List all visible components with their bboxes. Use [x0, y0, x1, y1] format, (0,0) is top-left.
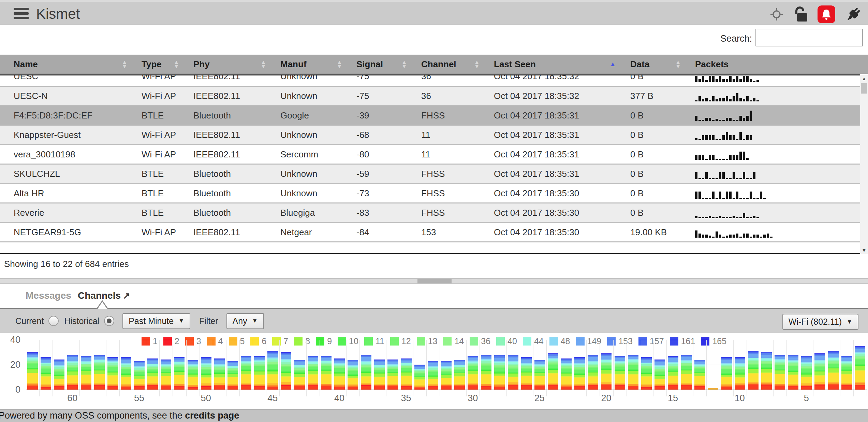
alerts-bell-icon[interactable] [818, 5, 835, 23]
device-row-knappster-guest[interactable]: Knappster-GuestWi-Fi APIEEE802.11Unknown… [0, 126, 860, 145]
stacked-bar-26s[interactable] [521, 357, 532, 390]
sort-icon[interactable]: ▲▼ [174, 60, 179, 69]
stacked-bar-31s[interactable] [454, 360, 465, 390]
stacked-bar-18s[interactable] [628, 355, 638, 390]
menu-icon[interactable] [14, 8, 29, 19]
stacked-bar-59s[interactable] [81, 356, 91, 390]
stacked-bar-27s[interactable] [508, 355, 518, 390]
column-header-manuf[interactable]: Manuf▲▼ [280, 59, 356, 70]
device-row-vera-30010198[interactable]: vera_30010198Wi-Fi APIEEE802.11Sercomm-8… [0, 145, 860, 165]
stacked-bar-10s[interactable] [735, 357, 745, 390]
stacked-bar-36s[interactable] [387, 360, 398, 390]
filter-select[interactable]: Any▼ [226, 313, 264, 329]
column-header-data[interactable]: Data▲▼ [630, 59, 695, 70]
gps-icon[interactable] [769, 7, 784, 22]
device-row-f4-f5-d8-3f-dc-ef[interactable]: F4:F5:D8:3F:DC:EFBTLEBluetoothGoogle-39F… [0, 106, 860, 126]
device-row-skulchzl[interactable]: SKULCHZLBTLEBluetoothUnknown-59FHSSOct 0… [0, 165, 860, 184]
stacked-bar-16s[interactable] [654, 360, 665, 390]
stacked-bar-37s[interactable] [374, 360, 385, 390]
stacked-bar-13s[interactable] [694, 360, 705, 390]
stacked-bar-50s[interactable] [201, 357, 211, 390]
sort-icon[interactable]: ▲▼ [401, 60, 407, 69]
stacked-bar-56s[interactable] [121, 357, 131, 390]
device-row-alta-hr[interactable]: Alta HRBTLEBluetoothUnknown-73FHSSOct 04… [0, 184, 860, 203]
stacked-bar-22s[interactable] [574, 357, 585, 390]
stacked-bar-54s[interactable] [147, 358, 158, 390]
stacked-bar-46s[interactable] [254, 356, 265, 390]
scroll-thumb[interactable] [861, 83, 867, 94]
sort-icon[interactable]: ▲▼ [122, 60, 127, 69]
stacked-bar-11s[interactable] [721, 357, 732, 390]
stacked-bar-14s[interactable] [681, 355, 692, 390]
table-scrollbar[interactable]: ▲ ▼ [860, 75, 868, 254]
stacked-bar-44s[interactable] [281, 352, 291, 390]
stacked-bar-7s[interactable] [775, 355, 785, 390]
stacked-bar-2s[interactable] [841, 356, 852, 390]
stacked-bar-6s[interactable] [788, 355, 798, 390]
device-row-uesc-n[interactable]: UESC-NWi-Fi APIEEE802.11Unknown-7536Oct … [0, 87, 860, 106]
stacked-bar-51s[interactable] [188, 360, 198, 390]
device-row-uesc[interactable]: UESCWi-Fi APIEEE802.11Unknown-7536Oct 04… [0, 75, 860, 87]
stacked-bar-49s[interactable] [214, 358, 225, 390]
column-header-packets[interactable]: Packets [695, 59, 860, 70]
device-row-netgear91-5g[interactable]: NETGEAR91-5GWi-Fi APIEEE802.11Netgear-84… [0, 223, 860, 242]
stacked-bar-40s[interactable] [334, 358, 345, 390]
stacked-bar-57s[interactable] [107, 357, 118, 390]
stacked-bar-39s[interactable] [348, 360, 358, 390]
column-header-phy[interactable]: Phy▲▼ [193, 59, 280, 70]
search-input[interactable] [755, 29, 863, 46]
current-radio[interactable] [48, 316, 59, 326]
stacked-bar-15s[interactable] [668, 356, 678, 390]
stacked-bar-58s[interactable] [94, 355, 105, 390]
stacked-bar-48s[interactable] [227, 361, 238, 390]
stacked-bar-9s[interactable] [748, 351, 759, 390]
stacked-bar-52s[interactable] [174, 357, 185, 390]
stacked-bar-32s[interactable] [441, 361, 452, 390]
panel-resize-handle[interactable] [0, 278, 868, 284]
lock-open-icon[interactable] [793, 6, 809, 23]
stacked-bar-1s[interactable] [855, 346, 865, 390]
stacked-bar-4s[interactable] [814, 353, 825, 390]
stacked-bar-24s[interactable] [548, 353, 558, 390]
stacked-bar-47s[interactable] [241, 356, 251, 390]
stacked-bar-53s[interactable] [161, 360, 171, 390]
stacked-bar-63s[interactable] [27, 352, 38, 390]
device-row-reverie[interactable]: ReverieBTLEBluetoothBluegiga-83FHSSOct 0… [0, 203, 860, 223]
stacked-bar-34s[interactable] [414, 365, 425, 390]
stacked-bar-33s[interactable] [428, 361, 438, 390]
scroll-down-icon[interactable]: ▼ [860, 248, 868, 253]
stacked-bar-30s[interactable] [468, 356, 478, 390]
stacked-bar-62s[interactable] [41, 357, 51, 390]
scroll-up-icon[interactable]: ▲ [860, 76, 868, 81]
phy-select[interactable]: Wi-Fi (802.11)▼ [782, 314, 858, 330]
column-header-last-seen[interactable]: Last Seen▲ [494, 59, 630, 70]
stacked-bar-25s[interactable] [534, 360, 545, 390]
stacked-bar-55s[interactable] [134, 361, 145, 390]
stacked-bar-17s[interactable] [641, 357, 652, 390]
sort-icon[interactable]: ▲▼ [675, 60, 681, 69]
column-header-channel[interactable]: Channel▲▼ [421, 59, 494, 70]
credits-link[interactable]: credits page [185, 410, 239, 421]
stacked-bar-8s[interactable] [761, 352, 772, 390]
stacked-bar-3s[interactable] [828, 351, 839, 390]
stacked-bar-12s[interactable] [708, 388, 718, 390]
stacked-bar-28s[interactable] [494, 355, 505, 390]
stacked-bar-38s[interactable] [361, 355, 371, 390]
sort-icon[interactable]: ▲▼ [261, 60, 266, 69]
stacked-bar-41s[interactable] [321, 356, 332, 390]
plug-icon[interactable] [844, 5, 862, 23]
tab-messages[interactable]: Messages [26, 290, 71, 301]
stacked-bar-29s[interactable] [481, 355, 491, 390]
column-header-type[interactable]: Type▲▼ [142, 59, 193, 70]
tab-channels[interactable]: Channels↗ [78, 290, 130, 301]
stacked-bar-35s[interactable] [401, 358, 412, 390]
historical-radio[interactable] [104, 316, 114, 326]
stacked-bar-60s[interactable] [67, 355, 78, 390]
time-range-select[interactable]: Past Minute▼ [122, 313, 190, 329]
expand-icon[interactable]: ↗ [123, 291, 130, 301]
stacked-bar-61s[interactable] [54, 360, 64, 390]
stacked-bar-20s[interactable] [601, 353, 612, 390]
column-header-signal[interactable]: Signal▲▼ [356, 59, 421, 70]
stacked-bar-19s[interactable] [615, 356, 625, 390]
stacked-bar-42s[interactable] [308, 356, 318, 390]
